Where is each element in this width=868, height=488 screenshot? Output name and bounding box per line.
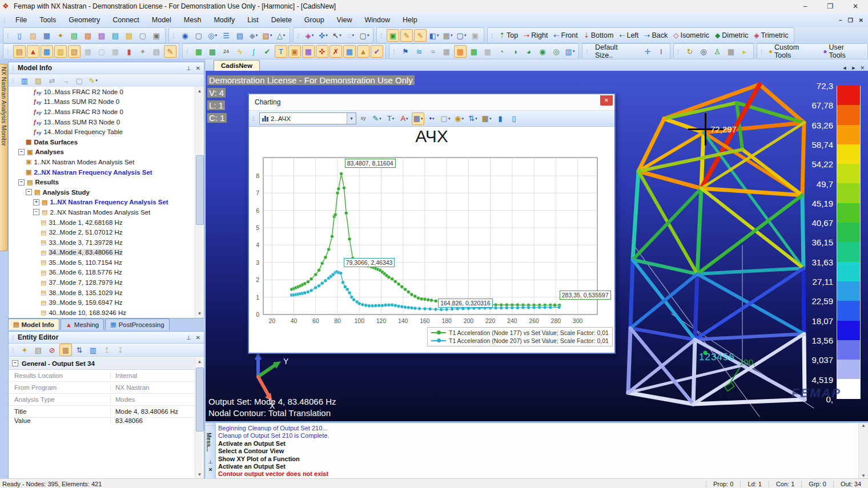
dock-tab-model-info[interactable]: ▤Model Info	[8, 318, 59, 330]
close-icon[interactable]: ✕	[196, 334, 200, 341]
user-tools-button[interactable]: ● User Tools	[821, 42, 866, 61]
tree-item[interactable]: ▦Data Surfaces	[9, 137, 195, 147]
lock-icon[interactable]: ✦	[18, 344, 31, 356]
form-view-icon[interactable]: ▥	[87, 344, 99, 356]
save-icon[interactable]: ▦	[41, 29, 53, 42]
collapse-icon[interactable]: −	[33, 209, 39, 215]
tree-item[interactable]: ▤33..Mode 3, 71.39728 Hz	[9, 237, 195, 248]
resize-icon[interactable]: ✛	[641, 45, 654, 58]
view-trimetric-button[interactable]: ◈Trimetric	[752, 30, 791, 41]
zoom-dynamic-icon[interactable]: ✜▾	[317, 29, 329, 42]
paste-icon[interactable]: ▤	[32, 344, 45, 356]
property-row[interactable]: Results LocationInternal	[9, 370, 195, 382]
expand-icon[interactable]: +	[33, 199, 39, 205]
close-button[interactable]: ✕	[843, 2, 868, 10]
draw-erase-icon[interactable]: ✎	[400, 29, 413, 42]
mesh-surface-icon[interactable]: ▦	[192, 45, 205, 58]
zoom-icon[interactable]: ◎▾	[206, 29, 219, 42]
magnify-icon[interactable]: ◎	[697, 45, 710, 58]
scroll-down-icon[interactable]: ▼	[195, 309, 204, 318]
property-row[interactable]: TitleMode 4, 83.48066 Hz	[9, 406, 195, 418]
menu-help[interactable]: Help	[396, 14, 424, 26]
person-icon[interactable]: ♙	[711, 45, 724, 58]
cone-plot-icon[interactable]: ▲	[357, 45, 369, 58]
scroll-up-icon[interactable]: ▲	[195, 87, 204, 95]
sync-icon[interactable]: ⇄	[46, 74, 58, 87]
collapse-icon[interactable]: −	[12, 360, 18, 366]
tree-item[interactable]: +▤1..NX Nastran Frequency Analysis Set	[9, 197, 195, 208]
graphics-viewport[interactable]: Demonstration License - For Demonstratio…	[206, 71, 868, 421]
entity-list-icon[interactable]: ☰	[220, 29, 232, 42]
check-icon[interactable]: ✔	[371, 45, 383, 58]
menu-group[interactable]: Group	[298, 14, 331, 26]
close-icon[interactable]: ✕	[600, 95, 613, 106]
table-icon[interactable]: ▦	[725, 45, 737, 58]
messages-strip[interactable]: ···· Mess... ⊥ ✕	[206, 423, 216, 478]
display-options-icon[interactable]: ▢▾	[358, 29, 371, 42]
export-model-icon[interactable]: ▤	[109, 29, 122, 42]
save-chart-icon[interactable]: ▦▾	[480, 112, 493, 125]
view-dimetric-button[interactable]: ◆Dimetric	[713, 30, 752, 41]
contour-gray-icon[interactable]: ▦	[481, 45, 494, 58]
tree-item[interactable]: ▣1..NX Nastran Modes Analysis Set	[9, 157, 195, 167]
solid-view-icon[interactable]: ◆▾	[247, 29, 260, 42]
chart-export-icon[interactable]: ▯	[508, 112, 520, 125]
pin-icon[interactable]: ⊥	[206, 459, 215, 465]
chart-copy-icon[interactable]: ▮	[494, 112, 507, 125]
menu-model[interactable]: Model	[146, 14, 178, 26]
scroll-down-icon[interactable]: ▼	[859, 473, 868, 478]
pointer-icon[interactable]: ↖▾	[331, 29, 343, 42]
mesh-clear-icon[interactable]: ▩	[206, 45, 219, 58]
tree-item[interactable]: ƒxy10..Mass FRAC R2 Node 0	[9, 87, 195, 97]
data-table-pane-icon[interactable]: ▥	[54, 45, 67, 58]
rotate-view-icon[interactable]: ◉	[179, 29, 191, 42]
deform-wave-icon[interactable]: ≋	[413, 45, 425, 58]
menu-mesh[interactable]: Mesh	[178, 14, 208, 26]
no-edit-icon[interactable]: ⊘	[46, 344, 58, 356]
text-labels-icon[interactable]: A▾	[398, 112, 411, 125]
contour-grid-icon[interactable]: ▦	[440, 45, 453, 58]
show-entities-icon[interactable]: ▣	[387, 29, 399, 42]
tree-item[interactable]: ▣2..NX Nastran Frequency Analysis Set	[9, 167, 195, 178]
function-pane-icon[interactable]: ▢	[95, 45, 108, 58]
xy-mode-icon[interactable]: xy	[357, 112, 369, 125]
view-front-button[interactable]: ⇠Front	[551, 30, 581, 41]
circle-select-icon[interactable]: ◌▾	[344, 29, 357, 42]
person-pane-icon[interactable]: ✦	[136, 45, 149, 58]
view-back-button[interactable]: ⇢Back	[642, 30, 671, 41]
menu-connect[interactable]: Connect	[106, 14, 146, 26]
view-left-button[interactable]: ⇠Left	[617, 30, 642, 41]
table-pane-icon[interactable]: ▦	[109, 45, 122, 58]
pin-icon[interactable]: ⊥	[186, 65, 191, 71]
print-setup-icon[interactable]: ▢	[136, 29, 149, 42]
scroll-up-icon[interactable]: ▲	[195, 357, 204, 366]
tree-item[interactable]: ƒxy13..Mass SUM R3 Node 0	[9, 117, 195, 127]
dock-tab-meshing[interactable]: ▲Meshing	[61, 318, 104, 330]
drag-handle[interactable]: ····	[206, 423, 215, 428]
tree-item[interactable]: ƒxy14..Modal Frequency Table	[9, 127, 195, 137]
delete-x-icon[interactable]: ✗	[329, 45, 342, 58]
color-cube-icon[interactable]: ◧▾	[428, 29, 440, 42]
mdi-restore-button[interactable]: ❐	[848, 17, 853, 23]
animate-5-icon[interactable]: ◎	[550, 45, 562, 58]
node-tool-icon[interactable]: T	[275, 45, 287, 58]
element-edit-icon[interactable]: ▦	[302, 45, 315, 58]
snapshot-icon[interactable]: ▢	[73, 74, 86, 87]
rotate-model-icon[interactable]: ↻	[684, 45, 696, 58]
disabled-box-icon[interactable]: ▣	[469, 29, 481, 42]
close-icon[interactable]: ✕	[206, 467, 215, 473]
tab-close-icon[interactable]: ✕	[860, 65, 865, 71]
tree-item[interactable]: −▤2..NX Nastran Modes Analysis Set	[9, 207, 195, 217]
new-file-icon[interactable]: ▯	[13, 29, 26, 42]
pin-icon[interactable]: ⊥	[186, 334, 191, 341]
annotation-icon[interactable]: ▢▾	[439, 112, 452, 125]
tree-item[interactable]: ƒxy11..Mass SUM R2 Node 0	[9, 97, 195, 107]
collapse-icon[interactable]: −	[18, 179, 25, 185]
edit-box-icon[interactable]: ✎	[164, 45, 176, 58]
group-list-icon[interactable]: ▤	[234, 29, 246, 42]
element-box-icon[interactable]: ▣	[288, 45, 301, 58]
menu-window[interactable]: Window	[358, 14, 396, 26]
view-top-button[interactable]: ⇡Top	[497, 30, 521, 41]
model-info-tree[interactable]: ƒxy10..Mass FRAC R2 Node 0ƒxy11..Mass SU…	[9, 87, 195, 318]
tree-item[interactable]: ▤36..Mode 6, 118.5776 Hz	[9, 268, 195, 278]
